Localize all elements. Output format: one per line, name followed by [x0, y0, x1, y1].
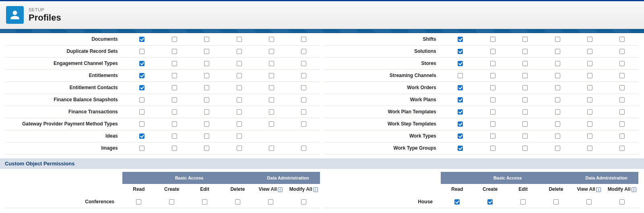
checkbox[interactable] — [555, 121, 560, 127]
checkbox[interactable] — [172, 73, 177, 78]
checkbox[interactable] — [139, 73, 144, 78]
checkbox[interactable] — [490, 146, 495, 151]
checkbox[interactable] — [587, 134, 592, 139]
checkbox[interactable] — [204, 49, 209, 54]
checkbox[interactable] — [172, 121, 177, 127]
checkbox[interactable] — [458, 97, 463, 102]
checkbox[interactable] — [619, 85, 625, 90]
checkbox[interactable] — [139, 49, 144, 54]
checkbox[interactable] — [522, 146, 528, 151]
checkbox[interactable] — [237, 73, 242, 78]
checkbox[interactable] — [587, 121, 592, 127]
checkbox[interactable] — [555, 73, 560, 78]
info-icon[interactable]: i — [596, 187, 601, 192]
checkbox[interactable] — [139, 37, 144, 42]
checkbox[interactable] — [619, 109, 625, 115]
checkbox[interactable] — [269, 37, 274, 42]
checkbox[interactable] — [237, 85, 242, 90]
checkbox[interactable] — [301, 146, 306, 151]
checkbox[interactable] — [269, 109, 274, 115]
checkbox[interactable] — [458, 37, 463, 42]
checkbox[interactable] — [555, 85, 560, 90]
checkbox[interactable] — [269, 61, 274, 66]
checkbox[interactable] — [619, 61, 625, 66]
checkbox[interactable] — [522, 134, 528, 139]
checkbox[interactable] — [522, 73, 528, 78]
checkbox[interactable] — [619, 134, 625, 139]
checkbox[interactable] — [555, 37, 560, 42]
checkbox[interactable] — [204, 121, 209, 127]
checkbox[interactable] — [587, 61, 592, 66]
checkbox[interactable] — [301, 97, 306, 102]
checkbox[interactable] — [269, 97, 274, 102]
checkbox[interactable] — [553, 199, 559, 205]
checkbox[interactable] — [458, 121, 463, 127]
checkbox[interactable] — [237, 49, 242, 54]
checkbox[interactable] — [204, 97, 209, 102]
checkbox[interactable] — [301, 121, 306, 127]
checkbox[interactable] — [235, 199, 240, 205]
checkbox[interactable] — [204, 73, 209, 78]
checkbox[interactable] — [619, 146, 625, 151]
checkbox[interactable] — [172, 61, 177, 66]
checkbox[interactable] — [619, 97, 625, 102]
checkbox[interactable] — [269, 49, 274, 54]
checkbox[interactable] — [587, 97, 592, 102]
checkbox[interactable] — [139, 61, 144, 66]
checkbox[interactable] — [269, 85, 274, 90]
checkbox[interactable] — [139, 121, 144, 127]
checkbox[interactable] — [172, 146, 177, 151]
checkbox[interactable] — [237, 134, 242, 139]
info-icon[interactable]: i — [632, 187, 636, 192]
checkbox[interactable] — [458, 134, 463, 139]
checkbox[interactable] — [490, 37, 495, 42]
checkbox[interactable] — [587, 146, 592, 151]
checkbox[interactable] — [522, 85, 528, 90]
checkbox[interactable] — [237, 109, 242, 115]
checkbox[interactable] — [555, 61, 560, 66]
checkbox[interactable] — [169, 199, 174, 205]
checkbox[interactable] — [204, 37, 209, 42]
checkbox[interactable] — [520, 199, 526, 205]
checkbox[interactable] — [586, 199, 592, 205]
checkbox[interactable] — [204, 146, 209, 151]
checkbox[interactable] — [301, 37, 306, 42]
checkbox[interactable] — [136, 199, 141, 205]
checkbox[interactable] — [139, 97, 144, 102]
checkbox[interactable] — [172, 109, 177, 115]
checkbox[interactable] — [237, 37, 242, 42]
checkbox[interactable] — [555, 146, 560, 151]
checkbox[interactable] — [555, 49, 560, 54]
checkbox[interactable] — [204, 134, 209, 139]
checkbox[interactable] — [490, 85, 495, 90]
checkbox[interactable] — [301, 73, 306, 78]
checkbox[interactable] — [237, 121, 242, 127]
checkbox[interactable] — [172, 49, 177, 54]
checkbox[interactable] — [454, 199, 460, 205]
checkbox[interactable] — [458, 146, 463, 151]
checkbox[interactable] — [490, 121, 495, 127]
checkbox[interactable] — [555, 109, 560, 115]
checkbox[interactable] — [202, 199, 207, 205]
checkbox[interactable] — [619, 49, 625, 54]
checkbox[interactable] — [458, 85, 463, 90]
checkbox[interactable] — [522, 61, 528, 66]
checkbox[interactable] — [587, 85, 592, 90]
checkbox[interactable] — [490, 49, 495, 54]
checkbox[interactable] — [237, 97, 242, 102]
checkbox[interactable] — [619, 199, 625, 205]
checkbox[interactable] — [619, 73, 625, 78]
checkbox[interactable] — [139, 109, 144, 115]
checkbox[interactable] — [237, 61, 242, 66]
checkbox[interactable] — [619, 37, 625, 42]
info-icon[interactable]: i — [278, 187, 283, 192]
checkbox[interactable] — [458, 109, 463, 115]
checkbox[interactable] — [587, 109, 592, 115]
checkbox[interactable] — [490, 61, 495, 66]
checkbox[interactable] — [172, 97, 177, 102]
checkbox[interactable] — [204, 61, 209, 66]
checkbox[interactable] — [490, 97, 495, 102]
checkbox[interactable] — [487, 199, 493, 205]
checkbox[interactable] — [555, 134, 560, 139]
checkbox[interactable] — [555, 97, 560, 102]
